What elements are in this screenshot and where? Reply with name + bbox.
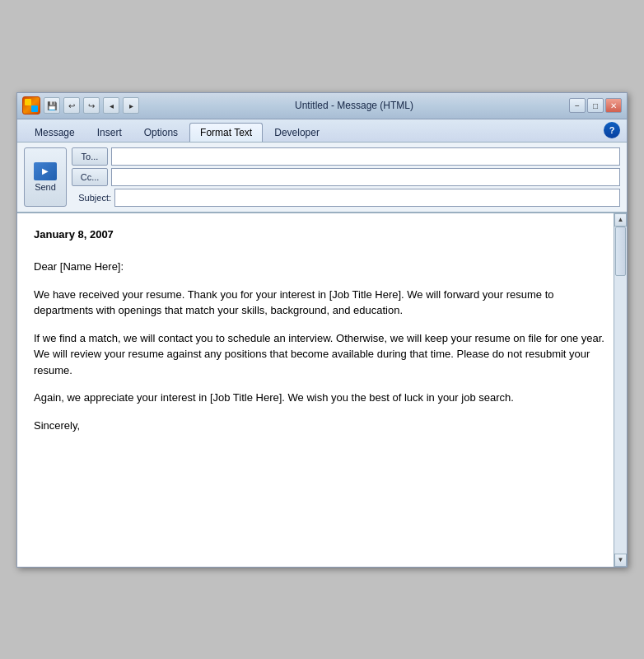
to-row: To... bbox=[72, 147, 620, 166]
subject-label: Subject: bbox=[72, 193, 111, 203]
to-input[interactable] bbox=[111, 147, 620, 166]
to-button[interactable]: To... bbox=[72, 147, 108, 166]
help-button[interactable]: ? bbox=[604, 122, 620, 138]
message-date: January 8, 2007 bbox=[34, 227, 610, 243]
title-bar: 💾 ↩ ↪ ◂ ▸ Untitled - Message (HTML) − □ … bbox=[17, 93, 627, 119]
message-greeting: Dear [Name Here]: bbox=[34, 259, 610, 275]
email-form: Send To... Cc... Subject: bbox=[17, 143, 627, 213]
tab-insert[interactable]: Insert bbox=[86, 123, 133, 142]
minimize-button[interactable]: − bbox=[569, 98, 586, 113]
scroll-track[interactable] bbox=[614, 227, 627, 554]
nav-left-button[interactable]: ◂ bbox=[103, 97, 119, 114]
tab-format-text[interactable]: Format Text bbox=[189, 123, 263, 142]
email-fields: To... Cc... Subject: bbox=[72, 147, 620, 207]
title-bar-left: 💾 ↩ ↪ ◂ ▸ bbox=[22, 96, 139, 115]
scroll-thumb[interactable] bbox=[615, 227, 626, 276]
cc-row: Cc... bbox=[72, 168, 620, 186]
message-paragraph2: If we find a match, we will contact you … bbox=[34, 330, 610, 379]
ribbon-nav: Message Insert Options Format Text Devel… bbox=[17, 119, 627, 143]
restore-button[interactable]: □ bbox=[587, 98, 604, 113]
message-closing: Sincerely, bbox=[34, 418, 610, 434]
message-content[interactable]: January 8, 2007 Dear [Name Here]: We hav… bbox=[17, 213, 627, 567]
subject-row: Subject: bbox=[72, 189, 620, 207]
message-paragraph1: We have received your resume. Thank you … bbox=[34, 287, 610, 319]
message-paragraph3: Again, we appreciate your interest in [J… bbox=[34, 390, 610, 406]
outlook-window: 💾 ↩ ↪ ◂ ▸ Untitled - Message (HTML) − □ … bbox=[16, 92, 628, 568]
scrollbar: ▲ ▼ bbox=[614, 213, 627, 567]
send-icon bbox=[34, 162, 57, 180]
send-label: Send bbox=[35, 182, 56, 192]
send-button[interactable]: Send bbox=[24, 147, 67, 207]
save-button[interactable]: 💾 bbox=[44, 97, 60, 114]
cc-button[interactable]: Cc... bbox=[72, 168, 108, 186]
cc-input[interactable] bbox=[111, 168, 620, 186]
tab-options[interactable]: Options bbox=[133, 123, 189, 142]
scroll-up-button[interactable]: ▲ bbox=[614, 213, 627, 227]
message-area: January 8, 2007 Dear [Name Here]: We hav… bbox=[17, 213, 627, 567]
nav-right-button[interactable]: ▸ bbox=[123, 97, 139, 114]
scroll-down-button[interactable]: ▼ bbox=[614, 554, 627, 567]
close-button[interactable]: ✕ bbox=[605, 98, 622, 113]
office-logo-icon bbox=[22, 96, 40, 115]
undo-button[interactable]: ↩ bbox=[63, 97, 80, 114]
window-controls: − □ ✕ bbox=[569, 98, 622, 113]
window-title: Untitled - Message (HTML) bbox=[142, 100, 566, 111]
tab-developer[interactable]: Developer bbox=[264, 123, 330, 142]
tab-message[interactable]: Message bbox=[24, 123, 86, 142]
subject-input[interactable] bbox=[114, 189, 620, 207]
redo-button[interactable]: ↪ bbox=[83, 97, 100, 114]
